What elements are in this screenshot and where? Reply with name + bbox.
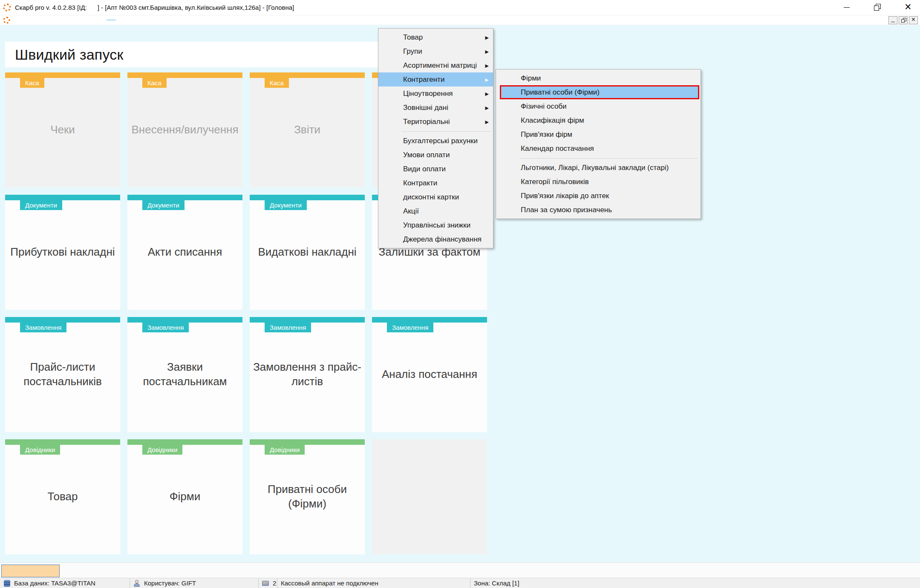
tab-holovna[interactable]: [1, 565, 60, 577]
restore-icon[interactable]: [871, 1, 884, 14]
submenu-arrow-icon: [485, 35, 489, 40]
quick-launch-tile[interactable]: Каса Звіти: [250, 72, 365, 187]
dropdown-menu-item[interactable]: Бухгалтерські рахунки: [378, 134, 493, 148]
status-bar-section: База даних: TASA3@TITAN: [0, 578, 130, 588]
menu-item-label: Календар постачання: [521, 144, 594, 153]
minimize-icon[interactable]: [840, 1, 854, 14]
status-bar-section: 2: [259, 578, 277, 588]
dropdown-menu-item[interactable]: Товар: [378, 30, 493, 44]
quick-launch-tile[interactable]: Замовлення Прайс-листи постачальників: [5, 317, 120, 432]
submenu-item[interactable]: [496, 156, 701, 161]
quick-launch-tile[interactable]: Документи Видаткові накладні: [250, 195, 365, 310]
tile-label: Прибуткові накладні: [5, 195, 120, 310]
dropdown-menu-item[interactable]: Територіальні: [378, 115, 493, 129]
menu-bar-item[interactable]: [88, 19, 97, 21]
kontragenty-submenu: Фірми Приватні особи (Фірми) Фізичні осо…: [496, 69, 701, 219]
submenu-item[interactable]: Приватні особи (Фірми): [500, 85, 699, 99]
menu-item-label: Категорії пільговиків: [521, 178, 589, 186]
close-icon[interactable]: [901, 1, 915, 14]
submenu-item[interactable]: Льготники, Лікарі, Лікувальні заклади (с…: [496, 161, 701, 175]
status-bar-section: Кассовый аппарат не подключен: [277, 578, 470, 588]
quick-launch-tile[interactable]: Каса Чеки: [5, 72, 120, 187]
menu-bar-item[interactable]: [41, 19, 50, 21]
dropdown-menu-item[interactable]: Ціноутворення: [378, 86, 493, 101]
title-bar: Скарб pro v. 4.0.2.83 [ІД: ] - [Апт №003…: [0, 0, 920, 15]
submenu-item[interactable]: Прив'язки лікарів до аптек: [496, 189, 701, 203]
menu-item-label: Бухгалтерські рахунки: [403, 137, 478, 145]
menu-item-label: Групи: [403, 47, 422, 56]
menu-item-label: Територіальні: [403, 118, 450, 126]
menu-bar-item[interactable]: [13, 19, 22, 21]
status-bar-section: Зона: Склад [1]: [470, 578, 920, 588]
quick-launch-tile[interactable]: Документи Прибуткові накладні: [5, 195, 120, 310]
quick-launch-tile[interactable]: Замовлення Заявки постачальникам: [127, 317, 242, 432]
submenu-item[interactable]: Категорії пільговиків: [496, 175, 701, 189]
menu-item-label: Льготники, Лікарі, Лікувальні заклади (с…: [521, 164, 669, 172]
mdi-minimize-icon[interactable]: [888, 16, 897, 24]
menu-item-label: дисконтні картки: [403, 193, 459, 202]
submenu-item[interactable]: Прив'язки фірм: [496, 127, 701, 141]
quick-launch-tile: [372, 439, 487, 554]
submenu-item[interactable]: Фірми: [496, 71, 701, 85]
menu-bar-item[interactable]: [78, 19, 88, 21]
menu-bar-item[interactable]: [116, 19, 125, 21]
submenu-item[interactable]: Класифікація фірм: [496, 113, 701, 127]
mdi-close-icon[interactable]: [909, 16, 918, 24]
submenu-item[interactable]: Фізичні особи: [496, 99, 701, 113]
menu-bar-item[interactable]: [50, 19, 60, 21]
menu-bar-item[interactable]: [107, 19, 116, 21]
tile-label: Фірми: [127, 439, 242, 554]
menu-item-label: Джерела фінансування: [403, 235, 482, 244]
dropdown-menu-item[interactable]: [378, 129, 493, 134]
menu-bar-item[interactable]: [125, 19, 135, 21]
quick-launch-tile[interactable]: Замовлення Замовлення з прайс-листів: [250, 317, 365, 432]
mdi-restore-icon[interactable]: [899, 16, 908, 24]
status-text: Зона: Склад [1]: [474, 579, 519, 587]
dropdown-menu-item[interactable]: Групи: [378, 44, 493, 58]
menu-bar-item[interactable]: [69, 19, 78, 21]
submenu-arrow-icon: [485, 77, 489, 82]
dropdown-menu-item[interactable]: Асортиментні матриці: [378, 58, 493, 72]
dropdown-menu-item[interactable]: Управлінські знижки: [378, 218, 493, 232]
tile-label: Замовлення з прайс-листів: [250, 317, 365, 432]
menu-bar: [0, 15, 920, 25]
dropdown-menu-item[interactable]: Зовнішні дані: [378, 101, 493, 115]
dropdown-menu-item[interactable]: Контракти: [378, 176, 493, 190]
submenu-item[interactable]: Календар постачання: [496, 141, 701, 156]
status-bar-section: Користувач: GIFT: [130, 578, 259, 588]
dropdown-menu-item[interactable]: Види оплати: [378, 162, 493, 176]
quick-launch-tile[interactable]: Замовлення Аналіз постачання: [372, 317, 487, 432]
quick-launch-tile[interactable]: Довідники Фірми: [127, 439, 242, 554]
menu-item-label: Прив'язки фірм: [521, 130, 572, 139]
menu-item-label: Ціноутворення: [403, 89, 453, 98]
dovidnyky-dropdown-menu: Товар Групи Асортиментні матриці Контраг…: [378, 28, 493, 248]
menu-bar-item[interactable]: [144, 19, 153, 21]
menu-item-label: Управлінські знижки: [403, 221, 470, 230]
quick-launch-tile[interactable]: Довідники Приватні особи (Фірми): [250, 439, 365, 554]
status-text: База даних: TASA3@TITAN: [14, 579, 95, 587]
dropdown-menu-item[interactable]: дисконтні картки: [378, 190, 493, 204]
submenu-arrow-icon: [485, 63, 489, 68]
quick-launch-tile[interactable]: Довідники Товар: [5, 439, 120, 554]
dropdown-menu-item[interactable]: Умови оплати: [378, 148, 493, 162]
submenu-arrow-icon: [485, 119, 489, 124]
menu-bar-item[interactable]: [97, 19, 107, 21]
dropdown-menu-item[interactable]: Контрагенти: [378, 72, 493, 86]
menu-item-label: Акції: [403, 207, 419, 216]
quick-launch-tile[interactable]: Каса Внесення/вилучення: [127, 72, 242, 187]
menu-bar-item[interactable]: [22, 19, 32, 21]
dropdown-menu-item[interactable]: Джерела фінансування: [378, 232, 493, 246]
menu-item-label: Товар: [403, 33, 423, 42]
submenu-item[interactable]: План за сумою призначень: [496, 203, 701, 217]
menu-item-label: Асортиментні матриці: [403, 61, 477, 70]
quick-launch-tile[interactable]: Документи Акти списання: [127, 195, 242, 310]
menu-bar-item[interactable]: [32, 19, 41, 21]
tile-label: Аналіз постачання: [372, 317, 487, 432]
menu-item-label: Зовнішні дані: [403, 104, 448, 112]
menu-bar-item[interactable]: [60, 19, 69, 21]
menu-item-label: Класифікація фірм: [521, 116, 584, 125]
submenu-arrow-icon: [485, 91, 489, 96]
dropdown-menu-item[interactable]: Акції: [378, 204, 493, 218]
tile-label: Звіти: [250, 72, 365, 187]
menu-bar-item[interactable]: [135, 19, 144, 21]
